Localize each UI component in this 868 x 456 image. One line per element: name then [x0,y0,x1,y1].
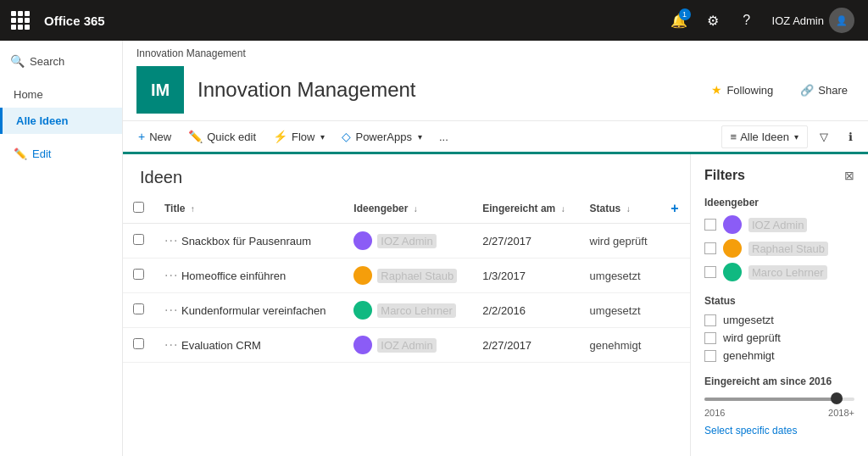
add-column-button[interactable]: + [660,194,690,224]
notification-button[interactable]: 🔔 1 [664,5,694,36]
status-filter-item[interactable]: wird geprüft [704,331,854,344]
sidebar-item-alle-ideen[interactable]: Alle Ideen [0,108,122,134]
flow-icon: ⚡ [273,130,287,143]
row-date-cell: 2/27/2017 [472,328,579,363]
quick-edit-button[interactable]: ✏️ Quick edit [180,125,264,148]
row-ideengeber-cell: Marco Lehrner [343,293,472,328]
status-filter-label: wird geprüft [723,331,781,344]
row-checkbox[interactable] [133,338,144,349]
row-date-cell: 1/3/2017 [472,259,579,293]
row-date: 2/27/2017 [482,339,531,352]
sidebar: 🔍 Search Home Alle Ideen ✏️ Edit [0,41,123,456]
row-title-cell: ··· Homeoffice einführen [154,259,343,293]
sidebar-item-home[interactable]: Home [0,81,122,108]
search-button[interactable]: 🔍 Search [0,47,122,75]
ideengeber-name: Raphael Staub [377,269,457,283]
row-checkbox[interactable] [133,234,144,245]
plus-icon: + [138,130,145,143]
plus-column-icon: + [670,201,678,215]
ideengeber-filter-item[interactable]: Marco Lehrner [704,263,854,281]
row-extra-cell [660,293,690,328]
row-context-dots[interactable]: ··· [164,268,178,282]
header-actions: ★ Following 🔗 Share [704,80,854,100]
ideengeber-filter-item[interactable]: IOZ Admin [704,215,854,234]
new-button[interactable]: + New [130,125,180,148]
content-area: Ideen Title ↑ Ideengeber [123,154,868,456]
list-title: Ideen [123,154,690,194]
filter-checkbox[interactable] [704,332,716,344]
eingereicht-column-header[interactable]: Eingereicht am ↓ [472,194,579,224]
table-row: ··· Snackbox für Pausenraum IOZ Admin 2/… [123,224,690,259]
status-filter-item[interactable]: umgesetzt [704,314,854,326]
user-name: IOZ Admin [772,14,824,27]
ideengeber-column-header[interactable]: Ideengeber ↓ [343,194,472,224]
filter-button[interactable]: ▽ [811,125,837,148]
following-button[interactable]: ★ Following [704,80,780,100]
row-checkbox-cell[interactable] [123,293,154,328]
star-icon: ★ [711,83,722,97]
row-date: 2/27/2017 [482,235,531,247]
ideengeber-filter-item[interactable]: Raphael Staub [704,239,854,258]
slider-max-label: 2018+ [828,408,854,418]
row-context-dots[interactable]: ··· [164,233,178,247]
powerapps-button[interactable]: ◇ PowerApps ▾ [333,125,430,148]
filter-icon: ▽ [820,131,828,143]
row-title-cell: ··· Kundenformular vereinfachen [154,293,343,328]
row-checkbox[interactable] [133,303,144,314]
row-status-cell: wird geprüft [580,224,661,259]
filter-checkbox[interactable] [704,219,716,231]
help-button[interactable]: ? [732,5,762,36]
row-title-cell: ··· Snackbox für Pausenraum [154,224,343,259]
filter-avatar [723,215,742,234]
row-context-dots[interactable]: ··· [164,337,178,352]
info-button[interactable]: ℹ [840,125,861,148]
top-navigation: Office 365 🔔 1 ⚙ ? IOZ Admin 👤 [0,0,868,41]
filter-checkbox[interactable] [704,266,716,278]
title-column-header[interactable]: Title ↑ [154,194,343,224]
specific-dates-link[interactable]: Select specific dates [704,425,854,437]
row-checkbox-cell[interactable] [123,259,154,293]
flow-chevron-icon: ▾ [320,132,325,142]
row-ideengeber-cell: Raphael Staub [343,259,472,293]
filter-checkbox[interactable] [704,350,716,362]
row-date: 1/3/2017 [482,270,526,282]
slider-thumb[interactable] [831,392,843,404]
flow-button[interactable]: ⚡ Flow ▾ [264,125,333,148]
view-selector[interactable]: ≡ Alle Ideen ▾ [721,125,808,148]
row-date-cell: 2/27/2017 [472,224,579,259]
date-slider-track[interactable] [704,398,854,401]
filter-label: Marco Lehrner [748,265,827,280]
user-menu-button[interactable]: IOZ Admin 👤 [765,8,861,33]
app-launcher-button[interactable] [7,7,34,34]
clear-filter-icon[interactable]: ⊠ [844,169,854,182]
slider-fill [704,398,843,401]
page-title: Innovation Management [198,78,416,102]
more-button[interactable]: ... [431,125,457,148]
row-checkbox-cell[interactable] [123,224,154,259]
row-status: wird geprüft [590,235,648,247]
ideengeber-name: IOZ Admin [377,338,436,353]
row-title: Homeoffice einführen [181,270,286,282]
settings-button[interactable]: ⚙ [698,5,728,36]
filter-checkbox[interactable] [704,314,716,326]
status-column-header[interactable]: Status ↓ [580,194,661,224]
share-button[interactable]: 🔗 Share [793,81,854,100]
row-title: Kundenformular vereinfachen [181,304,326,317]
row-ideengeber-cell: IOZ Admin [343,224,472,259]
row-checkbox[interactable] [133,269,144,280]
ideengeber-avatar [353,266,372,285]
select-all-checkbox[interactable] [123,194,154,224]
row-checkbox-cell[interactable] [123,328,154,363]
title-sort-icon: ↑ [191,204,195,214]
filter-title: Filters [704,168,745,183]
edit-pencil-icon: ✏️ [188,130,203,143]
app-layout: 🔍 Search Home Alle Ideen ✏️ Edit Innovat… [0,41,868,456]
share-icon: 🔗 [800,84,814,97]
list-view: Ideen Title ↑ Ideengeber [123,154,690,456]
edit-button[interactable]: ✏️ Edit [0,141,122,167]
status-filter-item[interactable]: genehmigt [704,349,854,362]
header-checkbox[interactable] [133,202,144,213]
filter-checkbox[interactable] [704,242,716,254]
top-nav-icons: 🔔 1 ⚙ ? IOZ Admin 👤 [664,5,861,36]
row-context-dots[interactable]: ··· [164,303,178,317]
